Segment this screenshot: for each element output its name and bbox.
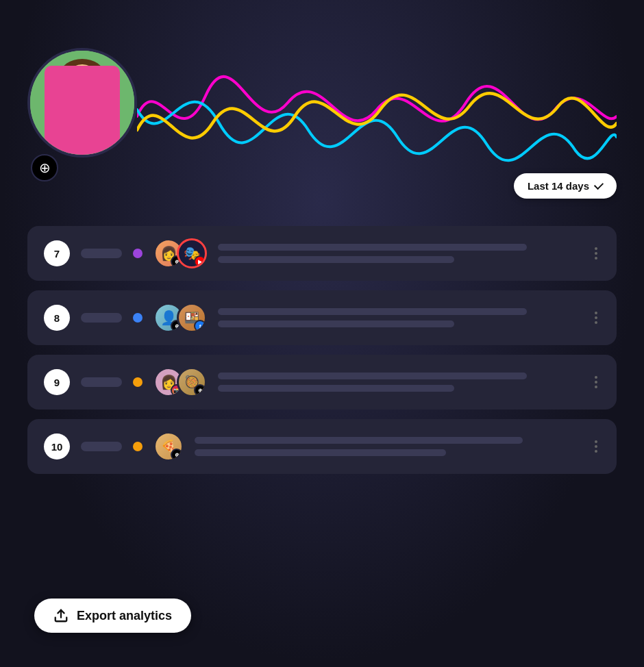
more-options-button[interactable] xyxy=(592,244,600,262)
more-options-button[interactable] xyxy=(592,373,600,391)
threads-badge: ⊕ xyxy=(31,154,58,181)
row-bar xyxy=(81,377,122,387)
avatars-group: 🍕 ⊕ xyxy=(153,431,184,462)
avatar: 🍕 ⊕ xyxy=(153,431,184,462)
row-bar xyxy=(81,313,122,323)
row-number: 8 xyxy=(44,305,70,331)
youtube-badge: ▶ xyxy=(194,255,206,268)
status-dot xyxy=(133,442,143,451)
status-dot xyxy=(133,377,143,387)
row-number: 9 xyxy=(44,369,70,395)
content-bar-long xyxy=(218,373,527,379)
list-item: 10 🍕 ⊕ xyxy=(27,419,617,474)
export-icon xyxy=(53,608,69,623)
wave-svg xyxy=(137,41,617,192)
avatar-circle xyxy=(27,48,137,158)
row-bar xyxy=(81,442,122,451)
rows-container: 7 👩 ⊕ 🎭 ▶ xyxy=(27,226,617,474)
status-dot xyxy=(133,249,143,258)
content-bar-long xyxy=(218,308,527,315)
content-bar-long xyxy=(218,244,527,251)
row-number: 10 xyxy=(44,433,70,460)
avatars-group: 👩 📸 🥘 ⊕ xyxy=(153,367,207,397)
avatar-image xyxy=(30,51,134,155)
export-analytics-button[interactable]: Export analytics xyxy=(34,599,191,633)
avatars-group: 👤 ⊕ 🍱 f xyxy=(153,303,207,333)
content-bar-medium xyxy=(195,449,446,456)
date-filter-button[interactable]: Last 14 days xyxy=(514,173,617,199)
facebook-badge: f xyxy=(194,320,206,332)
more-options-button[interactable] xyxy=(592,438,600,455)
person-body xyxy=(45,66,120,155)
export-label: Export analytics xyxy=(77,609,172,623)
avatar-section: ⊕ xyxy=(27,48,151,185)
avatar: 🎭 ▶ xyxy=(177,238,207,268)
header-area: ⊕ Last 14 days xyxy=(27,21,617,212)
list-item: 8 👤 ⊕ 🍱 f xyxy=(27,290,617,345)
content-bar-long xyxy=(195,437,523,444)
content-bar-medium xyxy=(218,385,454,392)
status-dot xyxy=(133,313,143,323)
more-options-button[interactable] xyxy=(592,309,600,327)
main-container: ⊕ Last 14 days 7 xyxy=(0,0,644,667)
row-number: 7 xyxy=(44,240,70,266)
content-bar-medium xyxy=(218,256,454,263)
avatar: 🥘 ⊕ xyxy=(177,367,207,397)
threads-badge-small: ⊕ xyxy=(171,449,183,461)
avatar: 🍱 f xyxy=(177,303,207,333)
content-bars xyxy=(195,437,581,456)
avatars-group: 👩 ⊕ 🎭 ▶ xyxy=(153,238,207,268)
threads-icon: ⊕ xyxy=(39,160,51,176)
content-bars xyxy=(218,308,581,327)
list-item: 7 👩 ⊕ 🎭 ▶ xyxy=(27,226,617,281)
list-item: 9 👩 📸 🥘 ⊕ xyxy=(27,355,617,410)
content-bars xyxy=(218,244,581,263)
threads-badge-small: ⊕ xyxy=(194,384,206,397)
date-filter-label: Last 14 days xyxy=(528,180,589,192)
content-bar-medium xyxy=(218,320,454,327)
row-bar xyxy=(81,249,122,258)
wave-chart xyxy=(137,41,617,192)
content-bars xyxy=(218,373,581,392)
chevron-down-icon xyxy=(594,179,604,189)
